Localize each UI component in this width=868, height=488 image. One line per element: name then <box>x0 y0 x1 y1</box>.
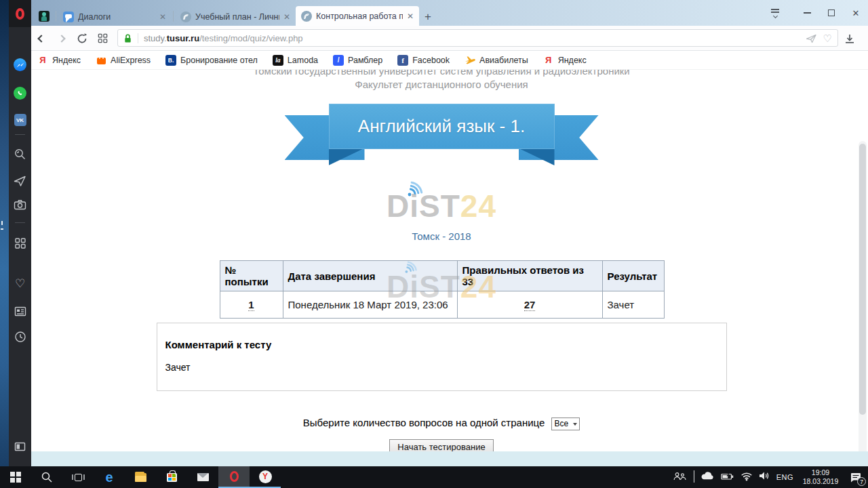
close-tab-icon[interactable]: ✕ <box>282 12 292 22</box>
history-clock-icon[interactable] <box>9 331 31 343</box>
tab-menu-icon[interactable] <box>765 8 785 18</box>
start-button[interactable] <box>0 466 31 488</box>
messenger-icon[interactable] <box>9 58 31 71</box>
results-table-wrap: DiST24 № попытки Дата завершения Правиль… <box>220 260 664 319</box>
people-button[interactable] <box>673 471 688 483</box>
bookmark-rambler[interactable]: / Рамблер <box>333 55 382 66</box>
ribbon-panel: Английский язык - 1. <box>329 104 555 149</box>
people-icon <box>673 472 688 481</box>
col-correct-answers: Правильных ответов из 33 <box>457 261 602 291</box>
language-indicator[interactable]: ENG <box>776 473 793 481</box>
city-year-label: Томск - 2018 <box>31 230 852 242</box>
download-icon <box>844 33 856 44</box>
tab-title: Диалоги <box>78 12 155 22</box>
close-window-button[interactable]: ✕ <box>844 0 868 26</box>
onedrive-button[interactable] <box>701 471 715 483</box>
task-view-button[interactable] <box>62 466 94 488</box>
bookmark-facebook[interactable]: f Facebook <box>397 55 450 66</box>
score-link[interactable]: 27 <box>524 299 536 311</box>
taskbar-search-button[interactable] <box>31 466 62 488</box>
bookmark-booking[interactable]: B. Бронирование отел <box>165 55 258 66</box>
col-attempt-number: № попытки <box>220 261 283 291</box>
time-label: 19:09 <box>800 468 842 477</box>
forward-icon <box>58 35 65 42</box>
pinned-tab[interactable] <box>34 7 54 26</box>
per-page-select[interactable]: Все <box>551 418 580 430</box>
opera-menu-button[interactable] <box>9 0 31 27</box>
yandex-browser-button[interactable]: Y <box>250 466 281 488</box>
questions-per-page-row: Выберите количество вопросов на одной ст… <box>31 417 852 430</box>
tab-curriculum[interactable]: Учебный план - Личный ✕ <box>175 7 296 26</box>
pinned-tab-favicon-icon <box>39 11 50 22</box>
store-button[interactable] <box>156 466 187 488</box>
reload-button[interactable] <box>72 26 92 51</box>
scrollbar-thumb[interactable] <box>859 144 866 415</box>
send-plane-icon <box>806 33 817 43</box>
maximize-button[interactable] <box>819 0 844 26</box>
bookmark-aliexpress[interactable]: AliExpress <box>96 55 151 66</box>
col-result: Результат <box>602 261 664 291</box>
minimize-button[interactable] <box>795 0 819 26</box>
speed-dial-button[interactable] <box>92 26 113 51</box>
close-tab-icon[interactable]: ✕ <box>406 12 415 21</box>
battery-button[interactable] <box>721 471 734 483</box>
windows-logo-icon <box>10 472 21 483</box>
file-explorer-button[interactable] <box>125 466 156 488</box>
scrollbar[interactable] <box>859 141 867 451</box>
bookmark-lamoda[interactable]: la Lamoda <box>273 55 318 66</box>
volume-button[interactable] <box>759 471 770 483</box>
bookmark-yandex[interactable]: Я Яндекс <box>37 55 81 66</box>
attempt-link[interactable]: 1 <box>248 299 254 311</box>
clock[interactable]: 19:09 18.03.2019 <box>800 468 842 486</box>
battery-icon <box>721 472 734 481</box>
close-tab-icon[interactable]: ✕ <box>158 12 167 22</box>
start-test-button[interactable]: Начать тестирование <box>389 439 493 451</box>
chevron-down-icon <box>573 423 577 426</box>
forward-button[interactable] <box>52 26 72 51</box>
show-hidden-icons-button[interactable] <box>694 471 694 483</box>
opera-icon <box>230 471 239 482</box>
system-tray: ENG 19:09 18.03.2019 7 <box>673 466 868 488</box>
file-explorer-icon <box>135 473 146 482</box>
task-view-icon <box>72 474 85 481</box>
wifi-button[interactable] <box>741 471 753 484</box>
address-bar[interactable]: study.tusur.ru/testing/mod/quiz/view.php… <box>117 29 838 47</box>
whatsapp-icon[interactable] <box>9 87 31 100</box>
booking-icon: B. <box>165 55 176 66</box>
personal-news-icon[interactable] <box>9 306 31 317</box>
bookmark-page-button[interactable]: ♡ <box>823 33 832 43</box>
tab-quiz-active[interactable]: Контрольная работа по д ✕ <box>296 6 419 26</box>
new-tab-button[interactable]: + <box>419 7 437 26</box>
back-icon <box>37 35 45 42</box>
snapshot-camera-icon[interactable] <box>9 199 31 210</box>
my-flow-send-icon[interactable] <box>9 175 31 187</box>
search-icon[interactable] <box>9 148 31 161</box>
bookmark-avia[interactable]: Авиабилеты <box>465 55 528 66</box>
tab-separator <box>56 11 56 22</box>
edge-button[interactable]: e <box>94 466 125 488</box>
speed-dial-icon <box>97 33 108 44</box>
bookmarks-heart-icon[interactable]: ♡ <box>9 278 31 289</box>
opera-taskbar-button[interactable] <box>218 466 250 488</box>
speed-dial-grid-icon[interactable] <box>9 237 31 249</box>
heart-icon: ♡ <box>823 33 832 43</box>
sidebar-toggle-icon[interactable] <box>9 442 31 451</box>
faculty-name: Факультет дистанционного обучения <box>31 79 852 90</box>
page-footer-strip <box>31 451 868 466</box>
correct-answers-cell: 27 <box>457 291 602 319</box>
dist-favicon-icon <box>180 12 191 22</box>
url-text: study.tusur.ru/testing/mod/quiz/view.php <box>144 33 303 43</box>
finish-date-cell: Понедельник 18 Март 2019, 23:06 <box>283 291 457 319</box>
opera-logo-icon <box>16 8 24 20</box>
yandex-icon: Я <box>545 55 551 65</box>
share-page-button[interactable] <box>806 33 817 43</box>
back-button[interactable] <box>31 26 52 51</box>
airplane-icon <box>465 55 475 66</box>
downloads-button[interactable] <box>842 26 858 51</box>
bookmark-yandex[interactable]: Я Яндекс <box>543 55 587 66</box>
minimize-icon <box>804 12 811 14</box>
action-center-button[interactable]: 7 <box>848 470 864 484</box>
mail-button[interactable] <box>187 466 218 488</box>
tab-dialogs[interactable]: Диалоги ✕ <box>58 7 172 26</box>
vk-icon[interactable]: VK <box>9 114 31 126</box>
